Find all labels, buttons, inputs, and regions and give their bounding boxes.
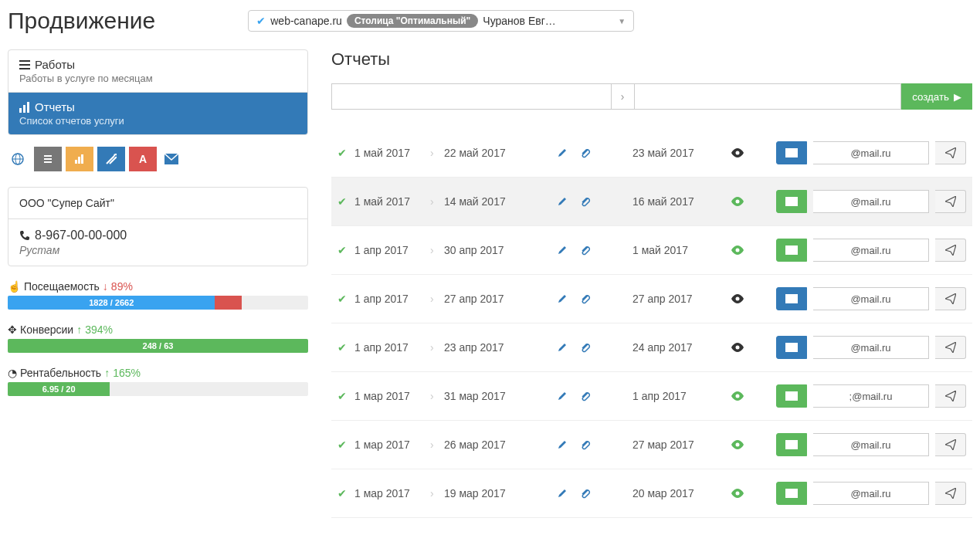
email-input[interactable] [813, 239, 929, 262]
stats-button[interactable] [66, 147, 93, 171]
check-icon: ✔ [337, 341, 348, 354]
chevron-right-icon: › [430, 390, 438, 402]
eye-icon[interactable] [731, 148, 748, 157]
date-to: 19 мар 2017 [444, 487, 521, 499]
bar-red [215, 296, 242, 310]
email-input[interactable] [813, 384, 929, 408]
envelope-button[interactable] [776, 384, 807, 408]
svg-rect-9 [44, 155, 52, 157]
email-input[interactable] [813, 482, 929, 505]
eye-icon[interactable] [731, 391, 748, 401]
settings-button[interactable] [34, 147, 62, 171]
edit-icon[interactable] [557, 439, 574, 450]
svg-rect-13 [78, 157, 80, 164]
edit-icon[interactable] [557, 488, 574, 499]
send-button[interactable] [935, 384, 966, 408]
attachment-icon[interactable] [580, 293, 597, 304]
check-icon: ✔ [337, 244, 348, 256]
envelope-button[interactable] [776, 482, 807, 505]
send-button[interactable] [935, 239, 966, 262]
check-icon: ✔ [337, 390, 348, 402]
arrow-up-icon: ↑ [104, 367, 110, 379]
send-button[interactable] [935, 336, 966, 359]
sidebar-item-works[interactable]: Работы Работы в услуге по месяцам [8, 50, 307, 93]
date-from: 1 май 2017 [354, 147, 424, 159]
svg-rect-12 [75, 160, 77, 164]
send-button[interactable] [935, 190, 966, 213]
stat-label: Конверсии [20, 323, 73, 336]
svg-rect-5 [27, 102, 29, 113]
eye-icon[interactable] [731, 440, 748, 449]
chevron-right-icon: › [430, 244, 438, 256]
page-title: Продвижение [8, 8, 155, 34]
date-from-input[interactable] [331, 83, 612, 110]
stat-label: Рентабельность [20, 367, 101, 379]
email-input[interactable] [813, 190, 929, 213]
sidebar-item-reports[interactable]: Отчеты Список отчетов услуги [8, 93, 307, 134]
project-selector[interactable]: ✔ web-canape.ru Столица "Оптимальный" Чу… [248, 10, 634, 32]
attachment-icon[interactable] [580, 488, 597, 499]
sidebar-item-label: Работы [35, 58, 75, 71]
chart-icon [19, 102, 30, 113]
svg-rect-14 [81, 154, 83, 164]
send-button[interactable] [935, 141, 966, 164]
reports-list: ✔1 май 2017›22 май 201723 май 2017✔1 май… [331, 129, 972, 518]
svg-point-19 [736, 200, 740, 204]
edit-icon[interactable] [557, 196, 574, 207]
attachment-icon[interactable] [580, 147, 597, 158]
eye-icon[interactable] [731, 197, 748, 206]
envelope-button[interactable] [776, 336, 807, 359]
alert-button[interactable]: A [129, 147, 157, 171]
svg-point-34 [736, 443, 740, 447]
attachment-icon[interactable] [580, 391, 597, 401]
edit-icon[interactable] [557, 391, 574, 401]
edit-icon[interactable] [557, 293, 574, 304]
eye-icon[interactable] [731, 294, 748, 303]
send-button[interactable] [935, 482, 966, 505]
eye-icon[interactable] [731, 489, 748, 498]
send-button[interactable] [935, 287, 966, 310]
sent-date: 16 май 2017 [632, 195, 725, 208]
check-icon: ✔ [337, 147, 348, 159]
envelope-button[interactable] [776, 141, 807, 164]
create-button-label: создать [912, 91, 949, 103]
email-input[interactable] [813, 141, 929, 164]
sent-date: 23 май 2017 [632, 147, 725, 159]
project-tariff: Столица "Оптимальный" [347, 14, 478, 28]
edit-icon[interactable] [557, 245, 574, 256]
envelope-button[interactable] [776, 287, 807, 310]
envelope-button[interactable] [776, 239, 807, 262]
globe-icon[interactable] [12, 153, 30, 165]
chevron-right-icon: › [430, 487, 438, 499]
eye-icon[interactable] [731, 245, 748, 255]
send-button[interactable] [935, 433, 966, 456]
email-input[interactable] [813, 433, 929, 456]
svg-rect-0 [19, 60, 30, 62]
contact-name: Рустам [19, 244, 297, 256]
email-input[interactable] [813, 336, 929, 359]
attachment-icon[interactable] [580, 245, 597, 256]
project-domain: web-canape.ru [270, 15, 342, 27]
email-input[interactable] [813, 287, 929, 310]
edit-icon[interactable] [557, 147, 574, 158]
edit-icon[interactable] [557, 342, 574, 353]
svg-point-22 [736, 249, 740, 252]
create-button[interactable]: создать ▶ [901, 83, 972, 110]
date-to-input[interactable] [635, 83, 902, 110]
check-icon: ✔ [256, 15, 266, 27]
stat-bar: 6.95 / 20 [8, 382, 308, 396]
sent-date: 24 апр 2017 [632, 341, 725, 354]
envelope-button[interactable] [776, 433, 807, 456]
attachment-icon[interactable] [580, 196, 597, 207]
eye-icon[interactable] [731, 343, 748, 352]
tools-button[interactable] [97, 147, 125, 171]
attachment-icon[interactable] [580, 342, 597, 353]
attachment-icon[interactable] [580, 439, 597, 450]
mail-icon[interactable] [164, 154, 188, 164]
envelope-button[interactable] [776, 190, 807, 213]
chevron-right-icon: › [430, 195, 438, 208]
svg-rect-4 [23, 105, 25, 113]
svg-point-25 [736, 297, 740, 301]
section-title: Отчеты [331, 49, 972, 69]
report-row: ✔1 апр 2017›27 апр 201727 апр 2017 [331, 275, 972, 323]
